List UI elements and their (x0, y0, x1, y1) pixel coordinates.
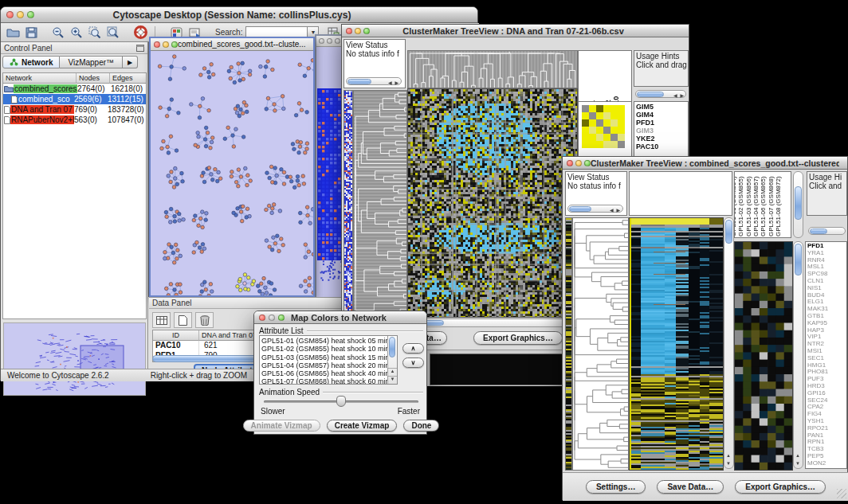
minimize-icon[interactable] (269, 315, 275, 321)
zoom-window-icon[interactable] (335, 38, 340, 44)
move-up-button[interactable]: ∧ (402, 343, 424, 354)
zoom-window-icon[interactable] (584, 160, 591, 166)
attribute-item[interactable]: GPL51-01 (GSM854) heat shock 05 min (261, 337, 395, 345)
export-graphics-button[interactable]: Export Graphics… (735, 480, 826, 494)
resize-grip[interactable] (837, 489, 846, 498)
zoom-in-icon[interactable] (67, 25, 85, 41)
matrix-cell (603, 105, 610, 112)
tv1-status-scrollbar[interactable]: ◀ ▶ (346, 77, 402, 85)
attribute-item[interactable]: GPL51-04 (GSM857) heat shock 20 min (261, 361, 395, 369)
tv2-global-strip[interactable] (565, 217, 572, 471)
gene-label[interactable]: MON2 (807, 460, 845, 467)
close-icon[interactable] (154, 41, 160, 48)
zoom-out-icon[interactable] (49, 25, 67, 41)
network-row[interactable]: combined_scores2764(0)16218(0) (3, 84, 146, 94)
attribute-item[interactable]: GPL51-06 (GSM865) heat shock 40 min (261, 369, 395, 377)
minimize-icon[interactable] (17, 11, 24, 18)
animate-vizmapbutton[interactable]: Animate Vizmap (243, 420, 320, 432)
attribute-list-label: Attribute List (259, 326, 304, 335)
column-label[interactable]: GPL51-08 (GSM872) (775, 176, 782, 236)
zoom-window-icon[interactable] (171, 41, 178, 48)
network-row[interactable]: RNAPuberNov2+I563(0)107847(0) (3, 115, 146, 125)
new-attribute-icon[interactable] (174, 312, 192, 328)
save-icon[interactable] (22, 25, 41, 41)
column-header-edges[interactable]: Edges (110, 73, 146, 84)
column-label[interactable]: GPL51-06 (GSM865) (760, 176, 767, 236)
tv1-row-dendrogram[interactable] (353, 90, 407, 330)
open-file-icon[interactable] (4, 25, 22, 41)
tv1-hints-scrollbar[interactable]: ◀ ▶ (635, 90, 686, 98)
export-graphics-button[interactable]: Export Graphics… (473, 331, 563, 345)
zoom-window-icon[interactable] (363, 28, 370, 34)
tab-overflow[interactable]: ▶ (123, 56, 138, 68)
close-icon[interactable] (567, 160, 573, 166)
minimize-icon[interactable] (327, 38, 332, 44)
tv2-status-scrollbar[interactable]: ◀ ▶ (567, 205, 623, 213)
attribute-list-scrollbar[interactable]: ▲ ▼ (387, 336, 397, 384)
window-controls[interactable] (1, 11, 34, 18)
zoom-window-icon[interactable] (27, 11, 34, 18)
donebutton[interactable]: Done (403, 420, 439, 432)
create-vizmapbutton[interactable]: Create Vizmap (327, 420, 398, 432)
tv1-heatmap-hscroll[interactable] (407, 318, 578, 327)
tv1-global-strip[interactable] (344, 90, 353, 330)
column-label[interactable]: GPL51-02 (GSM855) (737, 176, 744, 236)
matrix-cell (618, 119, 625, 127)
tv2-row-dendrogram[interactable] (572, 217, 629, 471)
move-down-button[interactable]: ∨ (402, 357, 424, 368)
float-panel-icon[interactable] (136, 45, 144, 52)
network-nodes: 563(0) (74, 115, 108, 124)
column-header-nodes[interactable]: Nodes (77, 73, 110, 84)
gene-label[interactable]: YKE2 (636, 135, 686, 143)
zoom-selected-icon[interactable] (85, 25, 104, 41)
close-icon[interactable] (346, 28, 352, 34)
tv2-column-labels: GPL51-01 (GSM854)GPL51-02 (GSM855)GPL51-… (734, 171, 791, 238)
tv1-column-dendrogram[interactable] (407, 50, 578, 88)
slider-thumb[interactable] (336, 396, 346, 407)
tv2-labels-scrollbar[interactable] (793, 171, 803, 238)
attribute-item[interactable]: GPL51-07 (GSM868) heat shock 60 min (261, 377, 395, 385)
attribute-item[interactable]: GPL51-03 (GSM856) heat shock 15 min (261, 354, 395, 361)
network-canvas-2[interactable] (316, 47, 344, 298)
gene-label[interactable]: PFD1 (636, 119, 686, 127)
tab-network[interactable]: Network (2, 56, 60, 68)
column-label[interactable]: GPL51-07 (GSM868) (768, 176, 775, 236)
column-label[interactable]: GPL51-04 (GSM857) (752, 176, 760, 236)
network-overview-thumbnail[interactable] (3, 322, 146, 396)
gene-label[interactable]: PAC10 (636, 143, 686, 150)
help-lifebuoy-icon[interactable] (132, 25, 150, 41)
zoom-window-icon[interactable] (278, 315, 285, 321)
zoom-fit-icon[interactable] (104, 25, 122, 41)
close-icon[interactable] (319, 38, 324, 44)
data-col-id[interactable]: ID (153, 330, 199, 341)
gene-label[interactable]: GIM3 (636, 127, 686, 135)
column-header-network[interactable]: Network (3, 73, 77, 84)
delete-attribute-icon[interactable] (195, 312, 214, 328)
attribute-item[interactable]: GPL51-02 (GSM855) heat shock 10 min (261, 345, 395, 353)
network-canvas[interactable] (151, 51, 313, 295)
gene-label[interactable]: GIM4 (636, 111, 686, 119)
column-label[interactable]: GPL51-03 (GSM856) (745, 176, 752, 236)
tv2-zoom-heatmap[interactable] (734, 241, 793, 471)
minimize-icon[interactable] (575, 160, 582, 166)
save-data-button[interactable]: Save Data… (657, 480, 724, 494)
close-icon[interactable] (259, 315, 265, 321)
settings-button[interactable]: Settings… (586, 480, 646, 494)
tv2-hints-scrollbar[interactable] (808, 227, 846, 235)
tv2-heatmap[interactable] (629, 217, 724, 471)
attribute-table-icon[interactable] (152, 312, 171, 328)
tv2-heatmap-vscroll[interactable]: ▲ ▼ (724, 217, 734, 469)
tab-vizmapper[interactable]: VizMapper™ (60, 56, 123, 68)
attribute-listbox[interactable]: GPL51-01 (GSM854) heat shock 05 minGPL51… (259, 335, 398, 385)
tv2-zoom-vscroll[interactable]: ▲ ▼ (793, 241, 803, 469)
gene-label[interactable]: GIM5 (636, 103, 686, 111)
minimize-icon[interactable] (163, 41, 169, 48)
close-icon[interactable] (6, 11, 14, 18)
minimize-icon[interactable] (355, 28, 361, 34)
cytoscape-titlebar[interactable]: Cytoscape Desktop (Session Name: collins… (1, 7, 477, 23)
tv1-summary-heatmap[interactable] (430, 354, 563, 385)
tv1-heatmap[interactable] (407, 88, 578, 318)
network-row[interactable]: DNA and Tran 07769(0)183728(0) (3, 104, 146, 115)
tv2-column-dendrogram[interactable] (629, 171, 732, 216)
network-row[interactable]: combined_sco2569(6)13112(15) (3, 94, 146, 104)
